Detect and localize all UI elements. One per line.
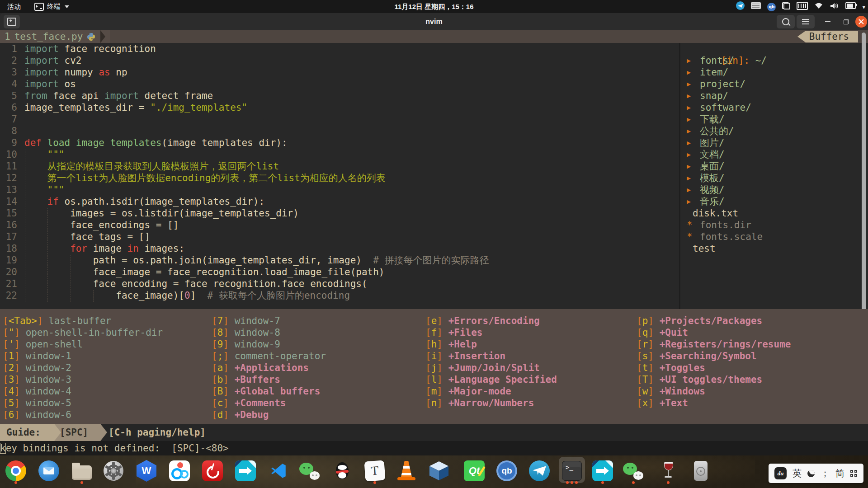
terminal-titlebar[interactable]: nvim	[0, 13, 868, 30]
menu-button[interactable]	[797, 15, 815, 28]
which-key-binding: [6] window-6	[3, 409, 163, 421]
which-key-column: [7] window-7[8] window-8[9] window-9[;] …	[212, 315, 326, 421]
explorer-item[interactable]: ▶公共的/	[680, 125, 861, 137]
dock-thunderbird-icon[interactable]	[36, 457, 61, 484]
dock-vlc-icon[interactable]	[394, 457, 419, 484]
file-explorer[interactable]: [in]: ~/ ▶fonts/▶item/▶project/▶snap/▶so…	[680, 43, 861, 309]
dock-typora-icon[interactable]: T	[362, 457, 387, 484]
dock-disk-icon[interactable]	[688, 457, 713, 484]
search-button[interactable]	[777, 15, 795, 28]
telegram-icon[interactable]	[736, 1, 745, 12]
ime-grid-icon[interactable]	[850, 470, 858, 477]
chevron-right-icon: ▶	[687, 102, 698, 113]
restore-icon	[844, 19, 849, 24]
dock-settings-icon[interactable]	[101, 457, 126, 484]
dock-wps-office-icon[interactable]: W	[134, 457, 159, 484]
qbittorrent-icon[interactable]: qb	[767, 2, 776, 11]
ime-charset-mode[interactable]: 简	[835, 467, 844, 479]
search-icon	[782, 18, 789, 25]
explorer-item[interactable]: disk.txt	[680, 207, 861, 219]
chevron-down-icon[interactable]: ▾	[862, 3, 865, 11]
windows-stack-icon[interactable]	[782, 2, 790, 11]
line-number: 18	[0, 243, 17, 254]
line-number: 3	[0, 66, 17, 78]
buffers-tag[interactable]: Buffers	[797, 31, 858, 42]
explorer-item[interactable]: ▶模板/	[680, 172, 861, 184]
line-number: 4	[0, 78, 17, 90]
dock-telegram-icon[interactable]	[527, 457, 552, 484]
python-icon	[87, 33, 95, 41]
close-button[interactable]	[855, 16, 867, 28]
explorer-item[interactable]: *fonts.scale	[680, 231, 861, 243]
minimize-icon	[825, 21, 830, 22]
explorer-item[interactable]: ▶project/	[680, 78, 861, 90]
tab-filename: test_face.py	[14, 31, 83, 42]
ime-language-mode[interactable]: 英	[793, 467, 802, 479]
dock-qt-creator-icon[interactable]: Qt	[462, 457, 487, 484]
new-tab-button[interactable]	[4, 15, 20, 28]
code-line: 3import numpy as np	[0, 66, 679, 78]
dock-file-transfer-icon[interactable]	[590, 457, 615, 484]
dock-wechat-icon[interactable]	[621, 457, 646, 484]
code-line: 5from face_api import detect_frame	[0, 90, 679, 102]
ime-toolbar[interactable]: du 英 ； 简	[769, 464, 863, 483]
which-key-binding: [x] +Text	[637, 397, 791, 409]
explorer-item[interactable]: ▶文档/	[680, 149, 861, 160]
dock-qbittorrent-icon[interactable]: qb	[494, 457, 519, 484]
explorer-item[interactable]: ▶item/	[680, 66, 861, 78]
moon-icon[interactable]	[806, 469, 816, 478]
dock-vscode-icon[interactable]	[266, 457, 291, 484]
maximize-button[interactable]	[842, 18, 850, 26]
indent-guide	[47, 208, 48, 302]
which-key-binding: [4] window-4	[3, 385, 163, 397]
minimize-button[interactable]	[824, 18, 832, 26]
explorer-item[interactable]: *fonts.dir	[680, 219, 861, 231]
ime-punctuation-mode[interactable]: ；	[821, 467, 830, 479]
tab-test-face-py[interactable]: 1 test_face.py	[0, 30, 110, 43]
explorer-item[interactable]: ▶software/	[680, 102, 861, 113]
which-key-binding: [b] +Buffers	[212, 374, 326, 385]
dock-terminal-icon[interactable]: >_	[559, 457, 585, 484]
chevron-right-icon: ▶	[687, 137, 698, 149]
which-key-binding: [i] +Insertion	[425, 350, 557, 362]
explorer-item[interactable]: ▶fonts/	[680, 55, 861, 66]
keyboard-icon[interactable]	[751, 2, 761, 11]
which-key-binding: [3] window-3	[3, 374, 163, 385]
code-line: 6image_templates_dir = "./img_templates"	[0, 102, 679, 113]
dock-qq-icon[interactable]	[330, 457, 355, 484]
hamburger-icon	[802, 19, 809, 24]
nvim-tabline: 1 test_face.py Buffers	[0, 30, 868, 43]
explorer-item[interactable]: ▶桌面/	[680, 160, 861, 172]
gnome-top-bar: 活动 终端 11月12日 星期四，15：16 qb▾	[0, 0, 868, 13]
battery-icon[interactable]	[845, 2, 856, 11]
explorer-item[interactable]: ▶音乐/	[680, 196, 861, 207]
explorer-item[interactable]: ▶图片/	[680, 137, 861, 149]
explorer-item[interactable]: ▶snap/	[680, 90, 861, 102]
volume-icon[interactable]	[830, 2, 839, 11]
which-key-binding: [q] +Quit	[637, 327, 791, 338]
code-editor[interactable]: 1import face_recognition2import cv23impo…	[0, 43, 679, 309]
line-number: 6	[0, 102, 17, 113]
dock-wechat-icon[interactable]	[297, 457, 322, 484]
line-number: 14	[0, 196, 17, 207]
indent-guide	[71, 255, 71, 302]
explorer-item[interactable]: ▶下载/	[680, 113, 861, 125]
wifi-icon[interactable]	[814, 2, 823, 11]
dock-netease-music-icon[interactable]	[200, 457, 225, 484]
statusline-spc-label: [SPC]	[60, 424, 88, 441]
explorer-item[interactable]: ▶视频/	[680, 184, 861, 196]
chevron-right-icon: ▶	[687, 125, 698, 137]
dock-chrome-icon[interactable]	[3, 457, 28, 484]
system-tray[interactable]: qb▾	[736, 0, 865, 13]
explorer-item[interactable]: test	[680, 243, 861, 254]
code-line: 21 face_encoding = face_recognition.face…	[0, 278, 679, 290]
dock-file-transfer-icon[interactable]	[233, 457, 258, 484]
dock-files-icon[interactable]	[69, 457, 94, 484]
input-grid-icon[interactable]	[797, 2, 808, 12]
which-key-column: [p] +Projects/Packages[q] +Quit[r] +Regi…	[637, 315, 791, 409]
dock-virtualbox-icon[interactable]	[426, 457, 452, 484]
dock-wine-icon[interactable]	[656, 457, 681, 484]
dock-baidu-netdisk-icon[interactable]	[167, 457, 192, 484]
which-key-binding: [a] +Applications	[212, 362, 326, 374]
baidu-ime-icon[interactable]: du	[774, 467, 787, 479]
